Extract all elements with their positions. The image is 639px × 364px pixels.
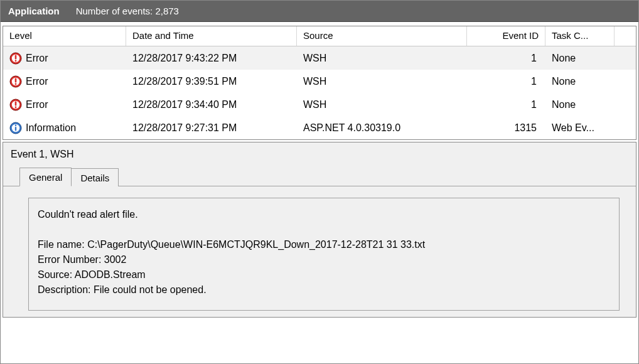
grid-header-row: Level Date and Time Source Event ID Task… — [3, 26, 636, 46]
detail-message-line: Description: File could not be opened. — [38, 282, 610, 297]
column-header-eventid[interactable]: Event ID — [467, 26, 545, 46]
detail-pane: Event 1, WSH General Details Couldn't re… — [3, 142, 636, 318]
column-header-date[interactable]: Date and Time — [126, 26, 297, 46]
tab-strip: General Details — [3, 165, 636, 186]
table-row[interactable]: Error12/28/2017 9:34:40 PMWSH1None — [3, 93, 636, 116]
column-header-task[interactable]: Task C... — [545, 26, 615, 46]
general-tab-content: Couldn't read alert file. File name: C:\… — [28, 198, 620, 311]
cell-eventid: 1 — [467, 53, 545, 64]
cell-level: Error — [26, 76, 48, 87]
cell-eventid: 1 — [467, 76, 545, 87]
svg-rect-15 — [15, 124, 16, 126]
svg-rect-11 — [15, 106, 17, 108]
svg-rect-3 — [15, 60, 17, 62]
column-header-level[interactable]: Level — [3, 26, 126, 46]
cell-eventid: 1315 — [467, 122, 545, 134]
tab-general[interactable]: General — [19, 168, 72, 186]
cell-task: None — [545, 53, 615, 64]
log-name-label: Application — [8, 6, 60, 16]
cell-date: 12/28/2017 9:43:22 PM — [126, 53, 297, 64]
cell-level: Error — [26, 53, 48, 64]
event-count-label: Number of events: 2,873 — [76, 6, 179, 16]
cell-source: WSH — [297, 53, 467, 64]
cell-date: 12/28/2017 9:27:31 PM — [126, 122, 297, 134]
titlebar: Application Number of events: 2,873 — [1, 1, 638, 22]
event-grid: Level Date and Time Source Event ID Task… — [3, 26, 636, 140]
info-icon — [9, 122, 22, 134]
cell-date: 12/28/2017 9:34:40 PM — [126, 99, 297, 110]
detail-message-line — [38, 222, 610, 237]
cell-task: None — [545, 76, 615, 87]
svg-rect-14 — [15, 127, 16, 131]
svg-rect-2 — [15, 55, 17, 59]
svg-rect-6 — [15, 78, 17, 82]
cell-eventid: 1 — [467, 99, 545, 110]
cell-level: Information — [26, 122, 76, 134]
cell-task: Web Ev... — [545, 122, 615, 134]
detail-message-line: Couldn't read alert file. — [38, 207, 610, 222]
cell-source: ASP.NET 4.0.30319.0 — [297, 122, 467, 134]
cell-source: WSH — [297, 76, 467, 87]
detail-title: Event 1, WSH — [3, 142, 636, 165]
tab-details[interactable]: Details — [71, 168, 119, 186]
table-row[interactable]: Error12/28/2017 9:39:51 PMWSH1None — [3, 70, 636, 93]
svg-rect-7 — [15, 83, 17, 85]
table-row[interactable]: Error12/28/2017 9:43:22 PMWSH1None — [3, 46, 636, 70]
svg-rect-10 — [15, 101, 17, 105]
cell-level: Error — [26, 99, 48, 110]
detail-message-line: File name: C:\PagerDuty\Queue\WIN-E6MCTJ… — [38, 237, 610, 252]
table-row[interactable]: Information12/28/2017 9:27:31 PMASP.NET … — [3, 116, 636, 139]
error-icon — [9, 75, 22, 88]
error-icon — [9, 52, 22, 65]
cell-task: None — [545, 99, 615, 110]
error-icon — [9, 99, 22, 111]
column-header-source[interactable]: Source — [297, 26, 467, 46]
cell-date: 12/28/2017 9:39:51 PM — [126, 76, 297, 87]
cell-source: WSH — [297, 99, 467, 110]
detail-message-line: Source: ADODB.Stream — [38, 267, 610, 282]
detail-message-line: Error Number: 3002 — [38, 252, 610, 267]
